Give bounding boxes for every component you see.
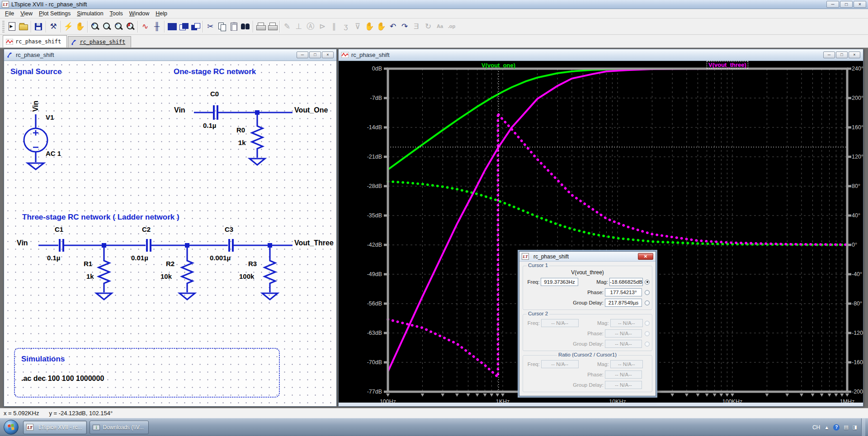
y-right-axis-label: 120° [852,154,863,160]
toolbar-grip[interactable] [2,21,5,33]
minimize-button[interactable]: ─ [826,1,839,8]
menu-window[interactable]: Window [126,9,152,18]
redo-icon[interactable]: ↷ [399,20,410,33]
bottom-axis-tick [495,394,499,397]
cursor1-caption: Cursor 1 [527,263,549,268]
autorange-axes-icon[interactable]: ╫ [151,20,163,33]
heading-one-stage: One-stage RC network [174,67,256,76]
cursor1-phase-radio[interactable] [645,290,650,295]
plot-minimize-button[interactable]: ─ [823,52,835,58]
status-bar: x = 5.092KHz y = -24.123dB, 102.154° [0,408,868,418]
plot-close-button[interactable]: × [849,52,860,58]
bottom-axis-tick [845,394,849,397]
plot-margin-strip [339,403,863,406]
freq-label: Freq: [525,361,540,367]
bottom-axis-tick [490,394,493,397]
tile-vertical-icon[interactable] [189,20,201,33]
v1-ref: V1 [46,113,54,121]
copy-icon[interactable] [216,20,228,33]
menu-file[interactable]: File [2,9,17,18]
cursor1-mag-value[interactable]: -18.686825dB [609,278,643,286]
cursor1-group-delay-value[interactable]: 217.87549µs [605,299,642,307]
schematic-window-title: rc_phase_shift [16,52,54,58]
zoom-full-extents-icon[interactable] [101,20,113,33]
print-icon[interactable] [255,20,266,33]
tile-horizontal-icon[interactable] [166,20,178,33]
bottom-axis-tick [800,394,803,397]
status-y-coordinate: y = -24.123dB, 102.154° [49,410,113,417]
title-bar: LT LTspice XVII - rc_phase_shift ─ □ × [0,0,868,9]
ratio-phase-value: -- N/A-- [605,370,642,379]
y-left-axis-label: -35dB [367,212,382,219]
ratio-group: Ratio (Cursor2 / Cursor1) Freq: -- N/A--… [523,355,652,392]
zoom-undo-icon[interactable]: ✗ [124,20,136,33]
c2-ref: C2 [142,225,151,233]
c2-value: 0.01µ [131,254,148,262]
help-tray-icon[interactable]: ? [833,424,840,431]
trace-label-vout-one[interactable]: V(vout_one) [481,62,515,69]
show-desktop-button[interactable] [861,418,865,436]
menu-simulation[interactable]: Simulation [74,9,106,18]
new-schematic-icon[interactable] [6,20,18,33]
volume-tray-icon[interactable]: ◨ [853,424,857,430]
schematic-window-titlebar[interactable]: rc_phase_shift ─ □ × [4,49,336,61]
taskbar-item-downloads[interactable]: Downloads (\\V... [90,421,148,434]
cursor1-group-delay-radio[interactable] [645,300,650,305]
x-axis-label: 1MHz [840,398,855,403]
cursor1-mag-radio[interactable] [645,280,650,285]
r0-value: 1k [238,139,246,146]
waveform-window-titlebar[interactable]: rc_phase_shift ─ □ × [339,49,863,61]
cascade-windows-icon[interactable] [178,20,189,33]
heading-signal-source: Signal Source [10,67,61,76]
cursor1-freq-value[interactable]: 919.37363Hz [541,278,578,286]
schematic-canvas[interactable]: Signal Source One-stage RC network Vin V… [4,61,336,406]
net-label-vout-three: Vout_Three [294,239,334,247]
downloads-folder-icon [93,425,100,430]
hidden-icons-chevron-icon[interactable]: ▲ [824,425,829,430]
print-preview-icon[interactable] [266,20,278,33]
start-button[interactable] [4,420,19,435]
menu-tools[interactable]: Tools [107,9,126,18]
menu-view[interactable]: View [17,9,36,18]
open-icon[interactable] [18,20,29,33]
toolbar: ⚒⚡✋+−✗∿╫✂✎⊥Ⓐ⊳∥ʒ⊽✋✋↶↷Ǝ↻Aa.op [0,19,868,35]
zoom-out-icon[interactable]: − [113,20,124,33]
cursor1-phase-value[interactable]: 177.54213° [605,288,642,296]
maximize-button[interactable]: □ [840,1,853,8]
menu-plot-settings[interactable]: Plot Settings [36,9,74,18]
paste-icon[interactable] [228,20,240,33]
tab-schematic[interactable]: rc_phase_shift [68,36,131,47]
network-tray-icon[interactable]: ▤ [844,424,848,430]
phase-label: Phase: [569,331,604,336]
c0-value: 0.1µ [203,122,217,129]
cursor2-mag-radio [645,321,650,326]
zoom-in-icon[interactable]: + [89,20,101,33]
toolbar-separator [46,21,46,33]
find-icon[interactable] [240,20,251,33]
schematic-minimize-button[interactable]: ─ [297,52,308,58]
undo-icon[interactable]: ↶ [387,20,399,33]
group-delay-label: Group Delay: [569,300,604,305]
run-simulation-icon[interactable]: ⚡ [62,20,74,33]
save-icon[interactable] [33,20,44,33]
toolbar-separator [61,21,61,33]
taskbar-item-ltspice[interactable]: LT LTspice XVII - rc... [23,421,87,434]
cursor-dialog-titlebar[interactable]: LT rc_phase_shift ✕ [519,252,656,262]
plot-settings-pane-icon[interactable]: ∿ [139,20,151,33]
bottom-axis-tick [765,394,769,397]
cut-icon[interactable]: ✂ [204,20,216,33]
close-button[interactable]: × [854,1,866,8]
trace-label-vout-three[interactable]: V(vout_three) [707,61,748,69]
schematic-window: rc_phase_shift ─ □ × [4,49,337,407]
menu-help[interactable]: Help [152,9,170,18]
schematic-close-button[interactable]: × [322,52,334,58]
control-panel-icon[interactable]: ⚒ [47,20,59,33]
cursor2-mag-value: -- N/A-- [610,319,643,327]
schematic-restore-button[interactable]: □ [309,52,321,58]
bottom-axis-tick [811,394,815,397]
plot-restore-button[interactable]: □ [836,52,848,58]
cursor-dialog-close-button[interactable]: ✕ [638,253,653,260]
c3-ref: C3 [225,225,233,233]
tab-waveform[interactable]: rc_phase_shift [3,35,67,47]
language-indicator[interactable]: CH [812,424,820,431]
